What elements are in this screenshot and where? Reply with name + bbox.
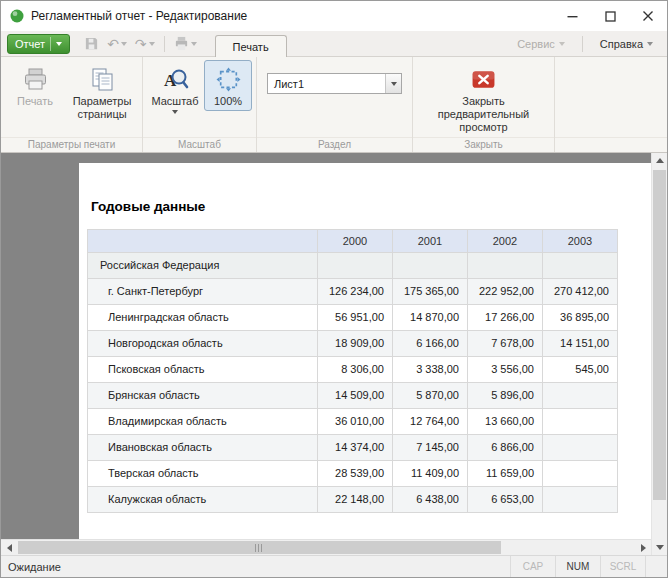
close-preview-button[interactable]: Закрыть предварительный просмотр xyxy=(418,60,550,137)
value-cell xyxy=(543,460,618,486)
report-title: Годовые данные xyxy=(91,199,651,214)
value-cell: 175 365,00 xyxy=(393,278,468,304)
value-cell xyxy=(393,252,468,278)
value-cell: 28 539,00 xyxy=(318,460,393,486)
sheet-selector[interactable]: Лист1 xyxy=(267,73,402,94)
help-menu-label: Справка xyxy=(600,38,643,50)
status-message: Ожидание xyxy=(1,556,510,577)
value-cell: 6 438,00 xyxy=(393,486,468,512)
chevron-down-icon xyxy=(391,82,397,86)
table-header-row: 2000200120022003 xyxy=(88,229,618,252)
vertical-scrollbar[interactable] xyxy=(651,153,667,555)
tab-print[interactable]: Печать xyxy=(215,35,287,57)
print-preview-area: Годовые данные 2000200120022003 Российск… xyxy=(1,153,651,539)
scroll-down-arrow[interactable] xyxy=(652,539,668,555)
service-menu[interactable]: Сервис xyxy=(513,36,569,52)
app-icon xyxy=(10,9,24,23)
value-cell: 12 764,00 xyxy=(393,408,468,434)
value-cell xyxy=(468,252,543,278)
value-cell: 14 509,00 xyxy=(318,382,393,408)
region-cell: Калужская область xyxy=(88,486,318,512)
horizontal-scrollbar-thumb[interactable] xyxy=(18,541,501,554)
close-button[interactable] xyxy=(629,1,667,31)
scroll-right-arrow[interactable] xyxy=(635,540,651,555)
save-button[interactable] xyxy=(81,34,102,53)
value-cell xyxy=(543,434,618,460)
value-cell: 3 556,00 xyxy=(468,356,543,382)
report-menu-label: Отчет xyxy=(15,38,45,50)
vertical-scrollbar-thumb[interactable] xyxy=(653,170,666,500)
ribbon: Печать xyxy=(1,57,667,153)
group-label-print-settings: Параметры печати xyxy=(1,137,142,152)
chevron-down-icon xyxy=(121,42,127,46)
table-row: г. Санкт-Петербург126 234,00175 365,0022… xyxy=(88,278,618,304)
scale-dropdown-button[interactable]: A Масштаб xyxy=(146,60,204,117)
redo-button[interactable]: ↷ xyxy=(132,35,158,53)
print-button[interactable]: Печать xyxy=(4,60,66,111)
value-cell: 36 010,00 xyxy=(318,408,393,434)
table-row: Ивановская область14 374,007 145,006 866… xyxy=(88,434,618,460)
value-cell xyxy=(318,252,393,278)
minimize-button[interactable] xyxy=(553,1,591,31)
maximize-button[interactable] xyxy=(591,1,629,31)
value-cell: 22 148,00 xyxy=(318,486,393,512)
value-cell: 56 951,00 xyxy=(318,304,393,330)
report-menu-button[interactable]: Отчет xyxy=(7,34,70,54)
value-cell: 5 896,00 xyxy=(468,382,543,408)
ribbon-group-print-settings: Печать xyxy=(1,57,143,152)
chevron-down-icon xyxy=(172,110,178,114)
redo-icon: ↷ xyxy=(135,37,147,51)
caps-lock-indicator: CAP xyxy=(510,556,555,577)
printer-icon xyxy=(174,36,189,51)
table-row: Новгородская область18 909,006 166,007 6… xyxy=(88,330,618,356)
zoom-100-toggle[interactable]: 100% xyxy=(204,60,252,111)
value-cell: 6 653,00 xyxy=(468,486,543,512)
close-preview-icon xyxy=(471,65,496,93)
value-cell: 8 306,00 xyxy=(318,356,393,382)
sheet-selector-dropdown[interactable] xyxy=(385,74,401,93)
chevron-down-icon xyxy=(559,42,565,46)
ribbon-group-scale: A Масштаб xyxy=(143,57,257,152)
service-menu-label: Сервис xyxy=(517,38,555,50)
value-cell: 36 895,00 xyxy=(543,304,618,330)
region-cell: Ивановская область xyxy=(88,434,318,460)
main-toolbar: Отчет ↶ ↷ xyxy=(1,31,667,57)
region-cell: г. Санкт-Петербург xyxy=(88,278,318,304)
scroll-up-arrow[interactable] xyxy=(652,153,668,169)
menu-separator xyxy=(582,36,583,52)
ribbon-group-close: Закрыть предварительный просмотр Закрыть xyxy=(413,57,555,152)
page-setup-icon xyxy=(89,65,116,93)
year-column-header: 2001 xyxy=(393,229,468,252)
table-row: Тверская область28 539,0011 409,0011 659… xyxy=(88,460,618,486)
scroll-lock-indicator: SCRL xyxy=(600,556,645,577)
chevron-down-icon xyxy=(56,42,62,46)
ribbon-filler xyxy=(555,57,667,152)
horizontal-scrollbar[interactable] xyxy=(1,539,651,555)
arrow-left-icon xyxy=(7,544,12,552)
num-lock-indicator: NUM xyxy=(555,556,600,577)
value-cell xyxy=(543,408,618,434)
region-cell: Ленинградская область xyxy=(88,304,318,330)
statusbar-corner xyxy=(645,556,667,577)
region-cell: Российская Федерация xyxy=(88,252,318,278)
sheet-selector-value: Лист1 xyxy=(268,78,385,90)
close-icon xyxy=(642,10,654,22)
region-cell: Владимирская область xyxy=(88,408,318,434)
quick-print-button[interactable] xyxy=(171,34,200,53)
value-cell: 6 866,00 xyxy=(468,434,543,460)
undo-button[interactable]: ↶ xyxy=(104,35,130,53)
page-setup-label: Параметры страницы xyxy=(69,95,135,121)
chevron-down-icon xyxy=(191,42,197,46)
maximize-icon xyxy=(605,11,616,22)
scroll-left-arrow[interactable] xyxy=(1,540,17,555)
value-cell: 7 145,00 xyxy=(393,434,468,460)
year-column-header: 2000 xyxy=(318,229,393,252)
help-menu[interactable]: Справка xyxy=(596,36,657,52)
table-corner-cell xyxy=(88,229,318,252)
page-setup-button[interactable]: Параметры страницы xyxy=(66,60,138,124)
value-cell xyxy=(543,252,618,278)
app-window: Регламентный отчет - Редактирование Отче… xyxy=(0,0,668,578)
value-cell: 11 409,00 xyxy=(393,460,468,486)
toolbar-separator xyxy=(164,36,165,52)
scale-icon: A xyxy=(162,65,189,93)
